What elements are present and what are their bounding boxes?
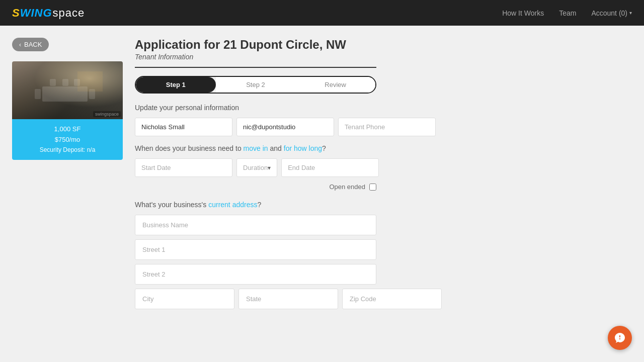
- svg-rect-4: [62, 79, 68, 86]
- duration-select[interactable]: Duration ▾: [236, 158, 277, 177]
- application-form: Application for 21 Dupont Circle, NW Ten…: [135, 38, 376, 309]
- dates-question: When does your business need to move in …: [135, 144, 376, 152]
- dates-q-how: for how long: [284, 144, 322, 152]
- logo-space: space: [53, 7, 85, 20]
- logo-s: S: [12, 7, 20, 19]
- chat-button[interactable]: [608, 326, 632, 350]
- street2-input[interactable]: [135, 264, 376, 285]
- end-date-input[interactable]: [281, 158, 379, 177]
- zip-input[interactable]: [342, 289, 442, 309]
- logo[interactable]: SWING space: [12, 7, 85, 20]
- account-caret-icon: ▾: [629, 10, 632, 16]
- duration-caret-icon: ▾: [268, 164, 271, 171]
- steps-indicator: Step 1 Step 2 Review: [135, 76, 376, 94]
- property-size: 1,000 SF: [17, 124, 118, 135]
- business-name-input[interactable]: [135, 215, 376, 235]
- back-button[interactable]: ‹ BACK: [12, 38, 49, 51]
- address-question: What's your business's current address?: [135, 201, 376, 209]
- form-subtitle: Tenant Information: [135, 53, 376, 61]
- city-input[interactable]: [135, 289, 234, 309]
- state-input[interactable]: [238, 289, 338, 309]
- chat-icon: [614, 332, 626, 344]
- property-image: swingspace: [12, 61, 123, 119]
- address-section: What's your business's current address?: [135, 201, 376, 309]
- form-header: Application for 21 Dupont Circle, NW Ten…: [135, 38, 376, 68]
- step-review[interactable]: Review: [295, 77, 375, 93]
- logo-wing: WING: [20, 7, 52, 19]
- street1-input[interactable]: [135, 239, 376, 260]
- tenant-email-input[interactable]: [236, 118, 334, 136]
- step-1[interactable]: Step 1: [136, 77, 216, 93]
- addr-q-prefix: What's your business's: [135, 201, 208, 209]
- date-row: Duration ▾: [135, 158, 376, 177]
- account-label: Account (0): [591, 9, 627, 17]
- city-state-row: [135, 289, 376, 309]
- property-security: Security Deposit: n/a: [17, 145, 118, 155]
- image-watermark: swingspace: [93, 111, 121, 117]
- tenant-info-row: [135, 118, 376, 136]
- main-content: ‹ BACK: [0, 26, 644, 321]
- dates-q-move: move in: [244, 144, 268, 152]
- main-nav: How It Works Team Account (0) ▾: [502, 9, 632, 17]
- property-card: swingspace 1,000 SF $750/mo Security Dep…: [12, 61, 123, 160]
- office-scene-icon: [27, 71, 103, 112]
- back-arrow-icon: ‹: [19, 41, 21, 48]
- back-label: BACK: [24, 41, 42, 48]
- nav-how-it-works[interactable]: How It Works: [502, 9, 544, 17]
- form-title: Application for 21 Dupont Circle, NW: [135, 38, 376, 52]
- svg-rect-6: [77, 71, 103, 92]
- open-ended-label: Open ended: [329, 183, 365, 191]
- property-image-inner: swingspace: [12, 61, 123, 119]
- sidebar: ‹ BACK: [12, 38, 123, 309]
- tenant-name-input[interactable]: [135, 118, 232, 136]
- dates-q-middle: and: [268, 144, 284, 152]
- svg-rect-3: [50, 79, 56, 86]
- personal-info-question: Update your personal information: [135, 104, 376, 112]
- open-ended-checkbox[interactable]: [369, 184, 376, 191]
- svg-rect-1: [35, 89, 41, 99]
- header: SWING space How It Works Team Account (0…: [0, 0, 644, 26]
- nav-account[interactable]: Account (0) ▾: [591, 9, 632, 17]
- property-price: $750/mo: [17, 135, 118, 145]
- open-ended-row: Open ended: [135, 183, 376, 191]
- property-info: 1,000 SF $750/mo Security Deposit: n/a: [12, 119, 123, 160]
- duration-label: Duration: [243, 164, 268, 171]
- addr-q-suffix: ?: [257, 201, 261, 209]
- dates-q-prefix: When does your business need to: [135, 144, 244, 152]
- tenant-phone-input[interactable]: [338, 118, 436, 136]
- nav-team[interactable]: Team: [559, 9, 576, 17]
- logo-swing: SWING: [12, 7, 52, 20]
- dates-q-suffix: ?: [322, 144, 326, 152]
- step-2[interactable]: Step 2: [216, 77, 296, 93]
- start-date-input[interactable]: [135, 158, 232, 177]
- addr-q-highlight: current address: [208, 201, 257, 209]
